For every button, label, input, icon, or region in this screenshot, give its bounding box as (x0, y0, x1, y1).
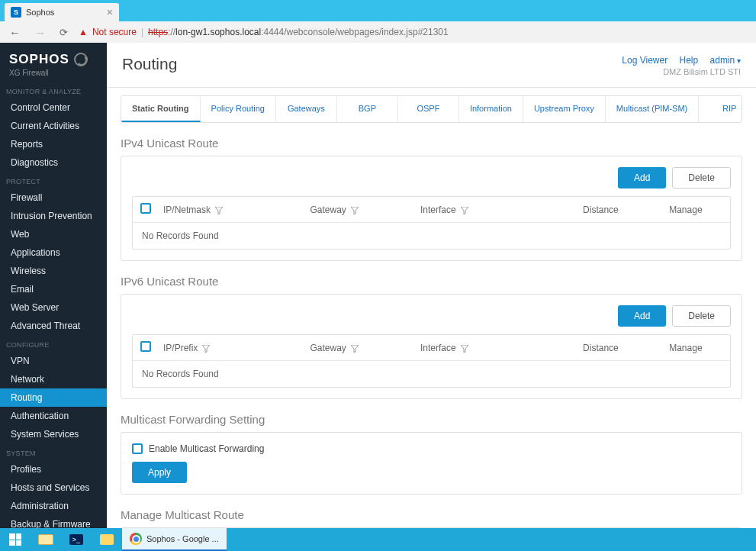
sidebar-item-diagnostics[interactable]: Diagnostics (0, 153, 107, 172)
ipv4-empty-row: No Records Found (133, 222, 730, 249)
sidebar-item-advanced-threat[interactable]: Advanced Threat (0, 317, 107, 335)
sidebar-item-vpn[interactable]: VPN (0, 352, 107, 370)
sidebar-item-intrusion-prevention[interactable]: Intrusion Prevention (0, 207, 107, 225)
col-ip: IP/Prefix (163, 343, 198, 353)
ipv6-section-title: IPv6 Unicast Route (121, 275, 742, 288)
not-secure-label: Not secure (92, 27, 137, 37)
url-scheme: https (148, 27, 168, 37)
sidebar-item-profiles[interactable]: Profiles (0, 460, 107, 478)
chrome-icon (130, 533, 142, 545)
back-button[interactable]: ← (6, 26, 24, 39)
reload-button[interactable]: ⟳ (56, 27, 71, 38)
mcast-fwd-panel: Enable Multicast Forwarding Apply (121, 432, 742, 495)
warning-icon: ▲ (79, 27, 88, 37)
tab-bgp[interactable]: BGP (337, 96, 398, 122)
sidebar-item-email[interactable]: Email (0, 280, 107, 298)
filter-icon[interactable] (461, 344, 468, 352)
logo: SOPHOS XG Firewall (0, 43, 107, 82)
filter-icon[interactable] (351, 344, 359, 352)
sidebar-item-administration[interactable]: Administration (0, 497, 107, 515)
ipv4-panel: Add Delete IP/Netmask Gateway Interface … (121, 156, 742, 261)
filter-icon[interactable] (202, 344, 210, 352)
sidebar-item-web-server[interactable]: Web Server (0, 298, 107, 317)
sidebar-section-header: SYSTEM (0, 443, 107, 460)
sidebar-item-routing[interactable]: Routing (0, 388, 107, 407)
sidebar-item-firewall[interactable]: Firewall (0, 188, 107, 207)
tab-upstream-proxy[interactable]: Upstream Proxy (523, 96, 606, 122)
ipv6-panel: Add Delete IP/Prefix Gateway Interface D… (121, 294, 742, 399)
ipv6-empty-row: No Records Found (133, 360, 730, 387)
col-gateway: Gateway (310, 205, 346, 215)
tab-gateways[interactable]: Gateways (276, 96, 337, 122)
col-ip: IP/Netmask (163, 205, 211, 215)
powershell-icon: >_ (69, 534, 83, 545)
col-manage: Manage (669, 343, 702, 353)
sidebar-item-applications[interactable]: Applications (0, 243, 107, 262)
taskbar-files[interactable] (92, 528, 122, 551)
browser-tab[interactable]: S Sophos × (5, 3, 119, 21)
org-name: DMZ Bilisim LTD STI (613, 67, 741, 76)
page-title: Routing (122, 55, 177, 73)
col-manage: Manage (669, 205, 702, 215)
windows-icon (9, 533, 21, 546)
col-distance: Distance (583, 343, 619, 353)
sidebar-item-current-activities[interactable]: Current Activities (0, 117, 107, 135)
col-interface: Interface (420, 343, 456, 353)
filter-icon[interactable] (351, 206, 359, 214)
taskbar-app-title: Sophos - Google ... (146, 534, 219, 543)
col-gateway: Gateway (310, 343, 346, 353)
taskbar-explorer[interactable] (31, 528, 61, 551)
admin-menu[interactable]: admin (710, 55, 741, 66)
sidebar-item-reports[interactable]: Reports (0, 135, 107, 153)
tab-multicast-pim-sm-[interactable]: Multicast (PIM-SM) (606, 96, 700, 122)
log-viewer-link[interactable]: Log Viewer (622, 55, 668, 66)
tab-static-routing[interactable]: Static Routing (121, 96, 201, 122)
enable-multicast-checkbox[interactable] (132, 443, 143, 454)
filter-icon[interactable] (215, 206, 223, 214)
tab-policy-routing[interactable]: Policy Routing (201, 96, 276, 122)
sidebar-item-web[interactable]: Web (0, 225, 107, 243)
url-host: lon-gw1.sophos.local (175, 27, 261, 37)
close-icon[interactable]: × (107, 6, 113, 18)
mcast-fwd-title: Multicast Forwarding Setting (121, 413, 742, 426)
enable-multicast-label: Enable Multicast Forwarding (149, 443, 264, 454)
address-bar[interactable]: ▲ Not secure | https://lon-gw1.sophos.lo… (79, 27, 750, 37)
sidebar-section-header: PROTECT (0, 172, 107, 188)
sidebar-section-header: MONITOR & ANALYZE (0, 82, 107, 98)
apply-button[interactable]: Apply (132, 462, 187, 483)
filter-icon[interactable] (461, 206, 468, 214)
ipv6-delete-button[interactable]: Delete (672, 305, 731, 327)
folder-icon (100, 534, 114, 545)
ipv4-add-button[interactable]: Add (618, 167, 666, 188)
taskbar-chrome-window[interactable]: Sophos - Google ... (122, 528, 227, 551)
sidebar-item-network[interactable]: Network (0, 370, 107, 388)
sidebar-item-wireless[interactable]: Wireless (0, 262, 107, 280)
col-distance: Distance (583, 205, 619, 215)
explorer-icon (38, 534, 53, 545)
sidebar-item-system-services[interactable]: System Services (0, 425, 107, 443)
help-link[interactable]: Help (680, 55, 699, 66)
forward-button: → (31, 26, 49, 39)
ipv6-select-all-checkbox[interactable] (140, 341, 151, 352)
logo-icon (74, 53, 88, 66)
sidebar-item-hosts-and-services[interactable]: Hosts and Services (0, 478, 107, 497)
tab-information[interactable]: Information (459, 96, 523, 122)
sidebar: SOPHOS XG Firewall MONITOR & ANALYZECont… (0, 43, 107, 528)
taskbar-powershell[interactable]: >_ (61, 528, 92, 551)
tab-title: Sophos (26, 8, 54, 17)
tab-bar: Static RoutingPolicy RoutingGatewaysBGPO… (121, 95, 742, 123)
mcast-mgr-title: Manage Multicast Route (121, 508, 742, 521)
ipv4-section-title: IPv4 Unicast Route (121, 137, 742, 150)
sidebar-item-authentication[interactable]: Authentication (0, 407, 107, 425)
sidebar-item-control-center[interactable]: Control Center (0, 98, 107, 117)
tab-rip[interactable]: RIP (699, 96, 742, 122)
sidebar-item-backup-firmware[interactable]: Backup & Firmware (0, 515, 107, 528)
ipv4-delete-button[interactable]: Delete (672, 167, 731, 188)
tab-ospf[interactable]: OSPF (398, 96, 459, 122)
logo-text: SOPHOS (9, 52, 69, 67)
logo-subtitle: XG Firewall (9, 69, 98, 77)
ipv4-select-all-checkbox[interactable] (140, 203, 151, 214)
ipv6-add-button[interactable]: Add (618, 305, 666, 327)
sidebar-section-header: CONFIGURE (0, 335, 107, 352)
start-button[interactable] (0, 528, 31, 551)
